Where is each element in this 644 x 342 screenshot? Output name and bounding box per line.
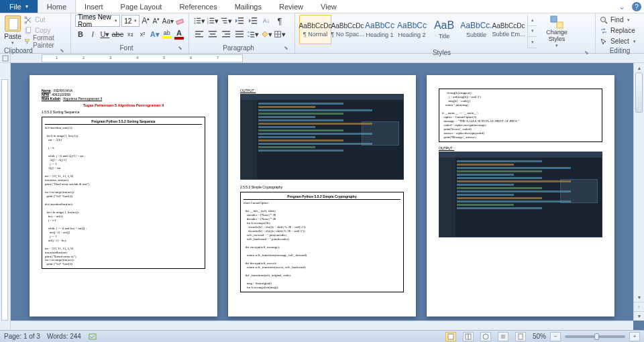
svg-rect-26 [252, 20, 257, 21]
outline-view-button[interactable] [498, 332, 508, 341]
align-left-icon [195, 30, 204, 39]
style-item[interactable]: AaBbCcDc¶ Normal [299, 15, 331, 44]
highlight-button[interactable]: ab [162, 28, 172, 40]
svg-point-55 [483, 334, 488, 339]
show-marks-button[interactable]: ¶ [274, 15, 286, 27]
style-item[interactable]: AaBTitle [428, 15, 460, 44]
zoom-out-button[interactable]: − [550, 332, 561, 341]
file-tab[interactable]: File▾ [0, 0, 38, 13]
bullets-icon [193, 16, 201, 25]
tab-view[interactable]: View [312, 0, 345, 13]
style-item[interactable]: AaBbCcDc¶ No Spac... [331, 15, 364, 44]
paintbrush-icon [24, 38, 30, 46]
vertical-ruler[interactable] [0, 63, 11, 330]
justify-icon [235, 30, 244, 39]
sort-button[interactable]: A↓ [260, 15, 272, 27]
print-layout-view-button[interactable] [445, 332, 456, 341]
word-count[interactable]: Words: 244 [47, 333, 81, 340]
svg-rect-10 [197, 20, 201, 21]
cut-button[interactable]: Cut [24, 15, 66, 25]
page-indicator[interactable]: Page: 1 of 3 [4, 333, 40, 340]
tab-insert[interactable]: Insert [76, 0, 112, 13]
select-button[interactable]: Select▾ [600, 36, 640, 46]
paragraph-dialog-launcher[interactable]: ⬊ [284, 45, 290, 52]
help-icon[interactable]: ? [632, 2, 641, 11]
zoom-in-button[interactable]: + [629, 332, 640, 341]
svg-rect-20 [222, 20, 227, 21]
outdent-icon [235, 16, 244, 25]
font-size-combo[interactable]: 12▾ [121, 15, 140, 27]
bold-button[interactable]: B [75, 28, 86, 40]
svg-rect-3 [27, 27, 31, 32]
svg-rect-52 [448, 334, 453, 339]
change-case-button[interactable]: Aa▾ [162, 15, 174, 27]
multilevel-list-button[interactable]: ▾ [220, 15, 232, 27]
svg-rect-16 [209, 20, 214, 21]
document-page[interactable]: if msg[k].isupper(): j = ord(msg[k]) - o… [427, 75, 614, 317]
svg-rect-21 [223, 23, 227, 23]
borders-icon [274, 30, 282, 39]
align-left-button[interactable] [193, 28, 205, 40]
ruler-toggle[interactable] [0, 54, 11, 63]
horizontal-ruler[interactable]: 1234567 [42, 54, 243, 62]
align-right-button[interactable] [220, 28, 232, 40]
tab-references[interactable]: References [170, 0, 225, 13]
style-gallery-scroller[interactable]: ▴▾▾ [527, 15, 537, 48]
font-name-combo[interactable]: Times New Rom▾ [75, 15, 120, 27]
borders-button[interactable]: ▾ [274, 28, 286, 40]
shrink-font-button[interactable]: A▾ [152, 15, 161, 27]
shading-button[interactable]: ▾ [260, 28, 272, 40]
clipboard-dialog-launcher[interactable]: ⬊ [60, 48, 66, 54]
paste-button[interactable]: Paste ▾ [4, 15, 21, 46]
line-spacing-button[interactable]: ▾ [247, 28, 259, 40]
format-painter-button[interactable]: Format Painter [24, 36, 66, 46]
svg-rect-19 [221, 18, 227, 19]
web-layout-view-button[interactable] [480, 332, 491, 341]
decrease-indent-button[interactable] [233, 15, 246, 27]
replace-button[interactable]: Replace [600, 25, 640, 36]
svg-rect-46 [551, 16, 557, 22]
bullets-button[interactable]: ▾ [193, 15, 205, 27]
change-styles-button[interactable]: ChangeStyles ▾ [543, 15, 570, 48]
tab-page-layout[interactable]: Page Layout [112, 0, 171, 13]
clear-formatting-button[interactable] [175, 15, 184, 27]
tab-home[interactable]: Home [38, 0, 76, 13]
horizontal-scrollbar[interactable] [11, 321, 633, 330]
svg-rect-25 [252, 17, 257, 19]
full-screen-view-button[interactable] [463, 332, 474, 341]
font-color-button[interactable]: A [174, 28, 184, 40]
style-item[interactable]: AaBbCcHeading 1 [364, 15, 396, 44]
find-button[interactable]: Find▾ [600, 15, 640, 25]
subscript-button[interactable]: x₂ [125, 28, 136, 40]
text-effects-button[interactable]: A▾ [150, 28, 160, 40]
tab-mailings[interactable]: Mailings [226, 0, 270, 13]
proofing-icon[interactable] [88, 332, 97, 341]
draft-view-button[interactable] [515, 332, 526, 341]
strikethrough-button[interactable]: abc [111, 28, 123, 40]
svg-rect-24 [238, 23, 244, 24]
zoom-slider[interactable] [565, 335, 625, 338]
justify-button[interactable] [233, 28, 246, 40]
cursor-icon [600, 38, 608, 46]
svg-point-48 [601, 17, 606, 21]
tab-review[interactable]: Review [270, 0, 312, 13]
grow-font-button[interactable]: A▴ [141, 15, 150, 27]
svg-rect-8 [197, 18, 201, 19]
styles-dialog-launcher[interactable]: ⬊ [584, 50, 591, 56]
font-dialog-launcher[interactable]: ⬊ [178, 45, 184, 52]
svg-rect-6 [176, 19, 184, 24]
increase-indent-button[interactable] [247, 15, 259, 27]
document-page[interactable]: Nama : INDRAYANA NPM : 4062100058 Mata K… [30, 75, 217, 317]
style-item[interactable]: AaBbCcHeading 2 [396, 15, 428, 44]
document-page[interactable]: OUTPUT : 2.5.5.2 Simple Cryptography Pro… [228, 75, 416, 317]
numbering-button[interactable]: 123▾ [207, 15, 219, 27]
align-center-button[interactable] [207, 28, 219, 40]
vertical-scrollbar[interactable]: ▴ ▾ ◦ ▾ [633, 63, 644, 321]
superscript-button[interactable]: x² [137, 28, 148, 40]
zoom-level[interactable]: 50% [533, 333, 546, 340]
style-item[interactable]: AaBbCc.Subtitle [460, 15, 492, 44]
minimize-ribbon-icon[interactable]: ⌄ [614, 0, 629, 13]
style-item[interactable]: AaBbCcDcSubtle Em... [492, 15, 525, 44]
underline-button[interactable]: U▾ [99, 28, 110, 40]
italic-button[interactable]: I [87, 28, 98, 40]
